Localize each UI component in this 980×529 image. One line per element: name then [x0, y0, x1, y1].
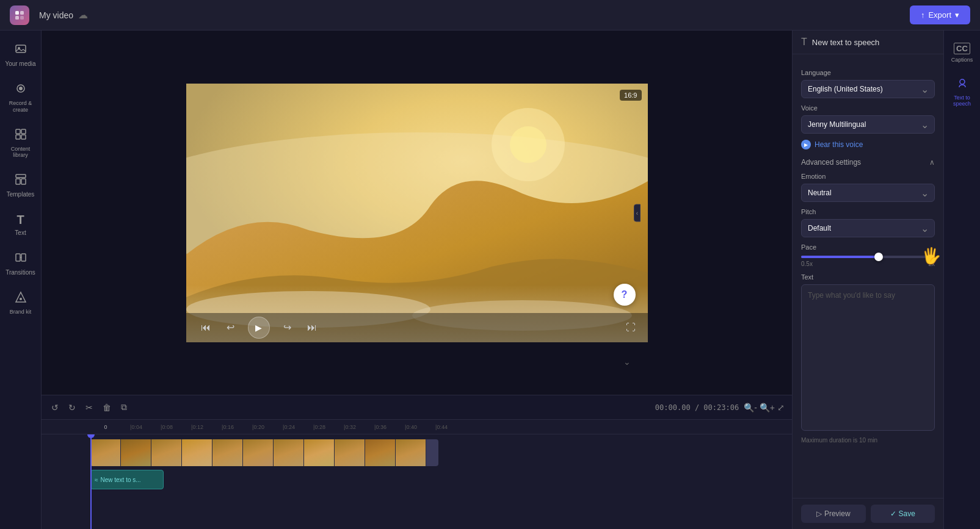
ruler-mark-3: |0:12: [182, 424, 212, 430]
captions-label: Captions: [951, 57, 973, 63]
video-clip[interactable]: [90, 439, 438, 466]
language-select-wrapper: English (United States): [801, 80, 935, 98]
export-chevron-icon: ▾: [955, 10, 959, 20]
film-frame-10: [365, 439, 396, 466]
transitions-icon: [15, 251, 27, 267]
sidebar-item-templates[interactable]: Templates: [2, 167, 39, 204]
svg-rect-12: [16, 175, 26, 178]
hear-voice-label: Hear this voice: [815, 140, 863, 149]
text-section: Text Maximum duration is 10 min: [801, 273, 935, 444]
pace-thumb[interactable]: [874, 253, 883, 261]
ruler-mark-1: |0:04: [121, 424, 151, 430]
pace-label: Pace: [801, 243, 935, 251]
pitch-select[interactable]: Default: [801, 219, 935, 237]
svg-rect-13: [16, 179, 20, 184]
language-select[interactable]: English (United States): [801, 80, 935, 98]
main-area: Your media Record &create Contentlibra: [0, 31, 980, 529]
templates-icon: [15, 173, 27, 189]
undo-button[interactable]: ↺: [49, 400, 61, 415]
sidebar-item-your-media[interactable]: Your media: [2, 37, 39, 74]
hear-voice-button[interactable]: ▶ Hear this voice: [801, 137, 863, 152]
ruler-mark-8: |0:32: [335, 424, 365, 430]
film-frame-8: [304, 439, 335, 466]
tts-icon: [956, 77, 968, 92]
language-label: Language: [801, 69, 935, 76]
film-frame-7: [274, 439, 304, 466]
timeline-tracks: ≈ New text to s...: [42, 434, 792, 529]
preview-area: 16:9 ⏮ ↩ ▶ ↪ ⏭ ⛶ ? ‹ ⌄: [42, 31, 792, 395]
tts-clip-wave-icon: ≈: [95, 477, 98, 483]
ruler-mark-7: |0:28: [304, 424, 335, 430]
far-right-item-tts[interactable]: Text tospeech: [946, 71, 979, 113]
timeline-area: ↺ ↻ ✂ 🗑 ⧉ 00:00.00 / 00:23:06 🔍- 🔍+ ⤢ 0 …: [42, 395, 792, 529]
cut-button[interactable]: ✂: [83, 400, 95, 415]
fit-zoom-button[interactable]: ⤢: [777, 403, 785, 412]
collapse-panel-button[interactable]: ‹: [634, 204, 641, 221]
zoom-out-button[interactable]: 🔍-: [744, 403, 757, 412]
project-name: My video: [39, 10, 73, 20]
sidebar-label-your-media: Your media: [5, 60, 35, 68]
svg-point-25: [510, 126, 546, 163]
advanced-settings-header[interactable]: Advanced settings ∧: [801, 158, 935, 167]
duplicate-button[interactable]: ⧉: [118, 400, 129, 415]
sidebar-item-transitions[interactable]: Transitions: [2, 245, 39, 282]
play-button[interactable]: ▶: [248, 317, 270, 339]
svg-rect-3: [20, 16, 24, 20]
tts-label: Text tospeech: [953, 95, 971, 107]
center-content: 16:9 ⏮ ↩ ▶ ↪ ⏭ ⛶ ? ‹ ⌄ ↺ ↻ ✂: [42, 31, 792, 529]
pace-labels: 0.5x 2x: [801, 261, 935, 267]
sidebar-label-text: Text: [15, 229, 26, 237]
svg-marker-17: [16, 292, 26, 302]
film-frame-3: [151, 439, 182, 466]
video-placeholder: [186, 84, 648, 342]
sidebar-label-brand-kit: Brand kit: [10, 309, 32, 315]
zoom-controls: 🔍- 🔍+ ⤢: [744, 403, 785, 412]
sidebar-item-record-create[interactable]: Record &create: [2, 76, 39, 120]
rewind-button[interactable]: ↩: [224, 319, 237, 336]
far-right-item-captions[interactable]: CC Captions: [946, 37, 979, 69]
expand-down-button[interactable]: ⌄: [623, 357, 631, 367]
pace-track: [801, 256, 935, 258]
save-button[interactable]: ✓ Save: [871, 505, 935, 523]
right-panel: T New text to speech Language English (U…: [792, 31, 943, 529]
voice-select[interactable]: Jenny Multilingual: [801, 115, 935, 134]
skip-back-button[interactable]: ⏮: [198, 320, 213, 336]
pace-min-label: 0.5x: [801, 261, 813, 267]
pace-fill: [801, 256, 881, 258]
export-button[interactable]: ↑ Export ▾: [910, 5, 970, 24]
tts-clip[interactable]: ≈ New text to s...: [90, 470, 164, 489]
redo-button[interactable]: ↻: [66, 400, 78, 415]
sidebar-label-content-library: Contentlibrary: [11, 146, 31, 159]
tts-panel-title: New text to speech: [812, 38, 880, 47]
film-frame-6: [243, 439, 274, 466]
pace-max-label: 2x: [928, 261, 935, 267]
voice-label: Voice: [801, 104, 935, 112]
fullscreen-button[interactable]: ⛶: [626, 322, 636, 333]
svg-rect-4: [16, 45, 26, 52]
emotion-select[interactable]: Neutral: [801, 184, 935, 202]
panel-bottom-buttons: ▷ Preview ✓ Save: [793, 498, 943, 529]
left-sidebar: Your media Record &create Contentlibra: [0, 31, 42, 529]
emotion-select-wrapper: Neutral: [801, 184, 935, 202]
sidebar-item-brand-kit[interactable]: Brand kit: [2, 285, 39, 322]
sidebar-item-text[interactable]: T Text: [2, 207, 39, 243]
delete-button[interactable]: 🗑: [100, 400, 114, 415]
preview-button[interactable]: ▷ Preview: [801, 505, 866, 523]
ruler-marks: 0 |0:04 |0:08 |0:12 |0:16 |0:20 |0:24 |0…: [90, 424, 743, 430]
text-input[interactable]: [801, 284, 935, 431]
forward-button[interactable]: ↪: [281, 319, 294, 336]
skip-forward-button[interactable]: ⏭: [305, 320, 319, 336]
tts-panel-header: T New text to speech: [793, 31, 943, 54]
svg-point-7: [19, 87, 23, 90]
film-frame-5: [212, 439, 243, 466]
ruler-mark-10: |0:40: [396, 424, 426, 430]
svg-rect-2: [15, 16, 19, 20]
video-container: 16:9 ⏮ ↩ ▶ ↪ ⏭ ⛶ ?: [186, 84, 648, 342]
sidebar-label-transitions: Transitions: [5, 269, 35, 276]
zoom-in-button[interactable]: 🔍+: [760, 403, 775, 412]
sidebar-item-content-library[interactable]: Contentlibrary: [2, 122, 39, 165]
help-button[interactable]: ?: [614, 284, 636, 306]
captions-icon: CC: [954, 43, 970, 54]
film-frame-9: [335, 439, 365, 466]
cloud-icon: ☁: [78, 9, 88, 21]
